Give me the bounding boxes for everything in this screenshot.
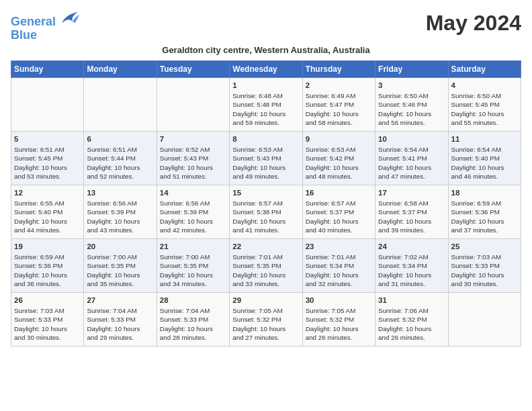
day-number: 25: [451, 242, 518, 253]
calendar-cell: 19Sunrise: 6:59 AM Sunset: 5:36 PM Dayli…: [11, 238, 84, 292]
day-number: 6: [87, 134, 153, 145]
calendar-cell: 8Sunrise: 6:53 AM Sunset: 5:43 PM Daylig…: [230, 131, 302, 185]
calendar-cell: 26Sunrise: 7:03 AM Sunset: 5:33 PM Dayli…: [11, 292, 84, 346]
weekday-header-thursday: Thursday: [302, 60, 375, 77]
day-info: Sunrise: 6:53 AM Sunset: 5:42 PM Dayligh…: [306, 145, 372, 181]
calendar-cell: 6Sunrise: 6:51 AM Sunset: 5:44 PM Daylig…: [84, 131, 157, 185]
day-number: 5: [14, 134, 81, 145]
calendar-cell: 27Sunrise: 7:04 AM Sunset: 5:33 PM Dayli…: [84, 292, 157, 346]
calendar-table: SundayMondayTuesdayWednesdayThursdayFrid…: [11, 60, 521, 347]
calendar-cell: 2Sunrise: 6:49 AM Sunset: 5:47 PM Daylig…: [302, 77, 375, 131]
calendar-cell: 12Sunrise: 6:55 AM Sunset: 5:40 PM Dayli…: [11, 185, 84, 238]
day-number: 10: [378, 134, 445, 145]
day-info: Sunrise: 6:55 AM Sunset: 5:40 PM Dayligh…: [14, 199, 81, 234]
calendar-cell: 17Sunrise: 6:58 AM Sunset: 5:37 PM Dayli…: [375, 185, 448, 238]
day-info: Sunrise: 7:05 AM Sunset: 5:32 PM Dayligh…: [306, 306, 372, 342]
day-number: 23: [306, 242, 372, 253]
calendar-cell: 16Sunrise: 6:57 AM Sunset: 5:37 PM Dayli…: [302, 185, 375, 238]
calendar-cell: 11Sunrise: 6:54 AM Sunset: 5:40 PM Dayli…: [448, 131, 521, 185]
weekday-header-tuesday: Tuesday: [157, 60, 229, 77]
calendar-week-row: 19Sunrise: 6:59 AM Sunset: 5:36 PM Dayli…: [11, 238, 521, 292]
calendar-cell: 31Sunrise: 7:06 AM Sunset: 5:32 PM Dayli…: [375, 292, 448, 346]
calendar-cell: 14Sunrise: 6:56 AM Sunset: 5:39 PM Dayli…: [157, 185, 229, 238]
logo-text: General: [11, 11, 79, 29]
calendar-cell: 29Sunrise: 7:05 AM Sunset: 5:32 PM Dayli…: [230, 292, 302, 346]
calendar-cell: 1Sunrise: 6:48 AM Sunset: 5:48 PM Daylig…: [230, 77, 302, 131]
day-number: 3: [378, 81, 445, 91]
day-info: Sunrise: 6:54 AM Sunset: 5:40 PM Dayligh…: [451, 145, 518, 181]
month-title: May 2024: [426, 11, 521, 36]
page-header: General Blue May 2024: [11, 11, 521, 42]
logo-bird-icon: [60, 11, 79, 26]
calendar-cell: 30Sunrise: 7:05 AM Sunset: 5:32 PM Dayli…: [302, 292, 375, 346]
weekday-header-wednesday: Wednesday: [230, 60, 302, 77]
calendar-cell: 20Sunrise: 7:00 AM Sunset: 5:35 PM Dayli…: [84, 238, 157, 292]
calendar-cell: [84, 77, 157, 131]
day-info: Sunrise: 6:51 AM Sunset: 5:44 PM Dayligh…: [87, 145, 153, 181]
calendar-cell: [157, 77, 229, 131]
weekday-header-monday: Monday: [84, 60, 157, 77]
weekday-header-friday: Friday: [375, 60, 448, 77]
day-info: Sunrise: 6:49 AM Sunset: 5:47 PM Dayligh…: [306, 91, 372, 127]
day-number: 1: [232, 81, 299, 91]
day-info: Sunrise: 7:05 AM Sunset: 5:32 PM Dayligh…: [232, 306, 299, 342]
day-info: Sunrise: 6:57 AM Sunset: 5:38 PM Dayligh…: [232, 199, 299, 234]
day-info: Sunrise: 7:02 AM Sunset: 5:34 PM Dayligh…: [378, 253, 445, 288]
day-info: Sunrise: 6:48 AM Sunset: 5:48 PM Dayligh…: [232, 91, 299, 127]
day-number: 22: [232, 242, 299, 253]
day-info: Sunrise: 6:53 AM Sunset: 5:43 PM Dayligh…: [232, 145, 299, 181]
day-number: 28: [160, 295, 226, 306]
calendar-cell: 18Sunrise: 6:59 AM Sunset: 5:36 PM Dayli…: [448, 185, 521, 238]
day-info: Sunrise: 6:54 AM Sunset: 5:41 PM Dayligh…: [378, 145, 445, 181]
day-info: Sunrise: 6:56 AM Sunset: 5:39 PM Dayligh…: [87, 199, 153, 234]
logo: General Blue: [11, 11, 79, 42]
calendar-week-row: 1Sunrise: 6:48 AM Sunset: 5:48 PM Daylig…: [11, 77, 521, 131]
logo-general: General: [11, 15, 56, 28]
calendar-cell: 3Sunrise: 6:50 AM Sunset: 5:46 PM Daylig…: [375, 77, 448, 131]
day-info: Sunrise: 7:03 AM Sunset: 5:33 PM Dayligh…: [451, 253, 518, 288]
day-info: Sunrise: 6:50 AM Sunset: 5:46 PM Dayligh…: [378, 91, 445, 127]
calendar-cell: 21Sunrise: 7:00 AM Sunset: 5:35 PM Dayli…: [157, 238, 229, 292]
calendar-cell: [448, 292, 521, 346]
day-number: 4: [451, 81, 518, 91]
day-number: 15: [232, 188, 299, 199]
day-info: Sunrise: 7:04 AM Sunset: 5:33 PM Dayligh…: [87, 306, 153, 342]
weekday-header-saturday: Saturday: [448, 60, 521, 77]
day-info: Sunrise: 7:00 AM Sunset: 5:35 PM Dayligh…: [160, 253, 226, 288]
calendar-cell: 10Sunrise: 6:54 AM Sunset: 5:41 PM Dayli…: [375, 131, 448, 185]
day-info: Sunrise: 6:59 AM Sunset: 5:36 PM Dayligh…: [451, 199, 518, 234]
calendar-cell: 22Sunrise: 7:01 AM Sunset: 5:35 PM Dayli…: [230, 238, 302, 292]
logo-blue: Blue: [11, 29, 79, 42]
calendar-cell: 9Sunrise: 6:53 AM Sunset: 5:42 PM Daylig…: [302, 131, 375, 185]
day-info: Sunrise: 7:04 AM Sunset: 5:33 PM Dayligh…: [160, 306, 226, 342]
day-number: 2: [306, 81, 372, 91]
calendar-cell: 15Sunrise: 6:57 AM Sunset: 5:38 PM Dayli…: [230, 185, 302, 238]
calendar-week-row: 5Sunrise: 6:51 AM Sunset: 5:45 PM Daylig…: [11, 131, 521, 185]
day-number: 29: [232, 295, 299, 306]
day-info: Sunrise: 6:52 AM Sunset: 5:43 PM Dayligh…: [160, 145, 226, 181]
day-number: 26: [14, 295, 81, 306]
calendar-cell: [11, 77, 84, 131]
day-number: 12: [14, 188, 81, 199]
calendar-cell: 13Sunrise: 6:56 AM Sunset: 5:39 PM Dayli…: [84, 185, 157, 238]
day-number: 21: [160, 242, 226, 253]
day-number: 7: [160, 134, 226, 145]
calendar-week-row: 12Sunrise: 6:55 AM Sunset: 5:40 PM Dayli…: [11, 185, 521, 238]
calendar-cell: 25Sunrise: 7:03 AM Sunset: 5:33 PM Dayli…: [448, 238, 521, 292]
calendar-cell: 23Sunrise: 7:01 AM Sunset: 5:34 PM Dayli…: [302, 238, 375, 292]
day-info: Sunrise: 7:01 AM Sunset: 5:35 PM Dayligh…: [232, 253, 299, 288]
day-number: 19: [14, 242, 81, 253]
day-number: 9: [306, 134, 372, 145]
calendar-week-row: 26Sunrise: 7:03 AM Sunset: 5:33 PM Dayli…: [11, 292, 521, 346]
day-info: Sunrise: 6:58 AM Sunset: 5:37 PM Dayligh…: [378, 199, 445, 234]
day-info: Sunrise: 6:59 AM Sunset: 5:36 PM Dayligh…: [14, 253, 81, 288]
day-number: 17: [378, 188, 445, 199]
day-number: 24: [378, 242, 445, 253]
day-number: 30: [306, 295, 372, 306]
day-info: Sunrise: 6:57 AM Sunset: 5:37 PM Dayligh…: [306, 199, 372, 234]
calendar-cell: 4Sunrise: 6:50 AM Sunset: 5:45 PM Daylig…: [448, 77, 521, 131]
calendar-cell: 5Sunrise: 6:51 AM Sunset: 5:45 PM Daylig…: [11, 131, 84, 185]
day-number: 18: [451, 188, 518, 199]
day-info: Sunrise: 7:01 AM Sunset: 5:34 PM Dayligh…: [306, 253, 372, 288]
day-info: Sunrise: 6:51 AM Sunset: 5:45 PM Dayligh…: [14, 145, 81, 181]
